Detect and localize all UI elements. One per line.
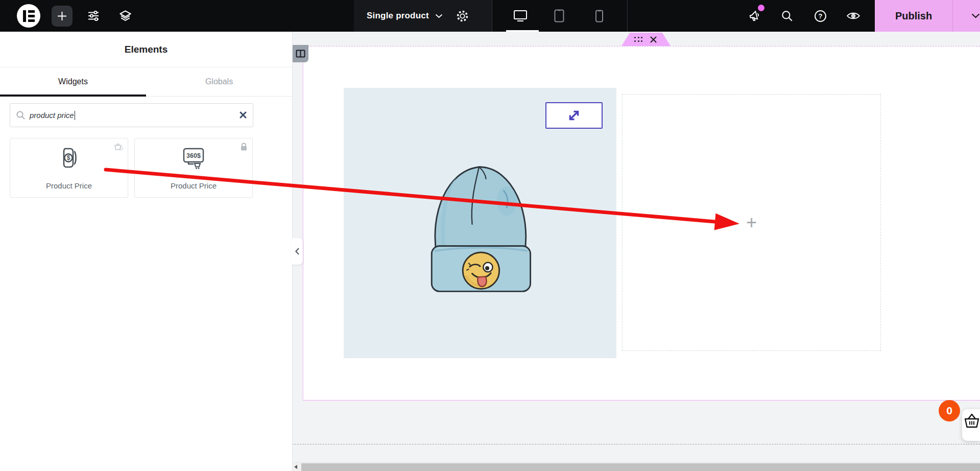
layers-icon <box>118 9 132 23</box>
help-glyph: ? <box>818 12 822 20</box>
page-settings-button[interactable] <box>456 10 469 22</box>
document-switcher[interactable]: Single product <box>354 0 492 32</box>
device-tablet-button[interactable] <box>552 0 567 32</box>
help-button[interactable]: ? <box>812 0 828 32</box>
structure-button[interactable] <box>117 0 133 32</box>
finder-search-button[interactable] <box>779 0 795 32</box>
active-tab-indicator <box>0 95 146 97</box>
horizontal-scrollbar[interactable] <box>292 462 980 471</box>
clear-search-button[interactable] <box>240 111 247 121</box>
scroll-left-arrow[interactable] <box>294 465 297 469</box>
container-handle[interactable] <box>622 33 671 46</box>
editor-canvas: + 0 <box>292 32 980 471</box>
notification-dot <box>758 5 764 11</box>
search-icon <box>16 110 26 122</box>
next-section-boundary <box>292 444 980 444</box>
publish-options-button[interactable] <box>962 0 980 32</box>
device-desktop-button[interactable] <box>512 0 529 32</box>
search-icon <box>780 9 794 22</box>
chevron-down-icon <box>971 13 980 18</box>
delete-container-button[interactable] <box>650 36 657 43</box>
column-options-handle[interactable] <box>292 45 308 62</box>
divider <box>952 0 953 32</box>
close-icon <box>650 36 657 43</box>
gear-icon <box>456 10 469 22</box>
widget-label: Product Price <box>135 181 252 190</box>
columns-icon <box>296 50 305 58</box>
divider <box>627 0 628 32</box>
cart-count-badge: 0 <box>939 400 960 421</box>
widget-search-input[interactable]: product price <box>10 103 253 127</box>
product-price-icon: $ <box>10 147 128 170</box>
elementor-logo-icon <box>23 10 35 22</box>
top-bar: Single product <box>0 0 980 32</box>
tab-globals[interactable]: Globals <box>146 67 292 96</box>
elements-panel: Elements Widgets Globals product price <box>0 32 293 471</box>
widget-card-product-price-pro[interactable]: 360$ Product Price <box>134 138 253 198</box>
device-mobile-button[interactable] <box>592 0 606 32</box>
eye-icon <box>846 9 861 22</box>
elementor-editor: Single product <box>0 0 980 471</box>
help-icon: ? <box>814 9 827 23</box>
preview-button[interactable] <box>845 0 862 32</box>
add-element-button[interactable] <box>52 6 73 27</box>
expand-arrows-icon <box>568 109 580 122</box>
drag-handle-icon[interactable] <box>634 37 643 42</box>
document-switcher-label: Single product <box>367 11 429 21</box>
text-caret <box>75 111 75 120</box>
panel-title: Elements <box>0 32 292 67</box>
chevron-down-icon <box>435 14 443 18</box>
mini-cart-button[interactable] <box>962 409 980 441</box>
publish-button[interactable]: Publish <box>875 0 980 32</box>
widget-results: $ Product Price 360$ <box>10 138 253 198</box>
scrollbar-thumb[interactable] <box>301 463 980 471</box>
widget-card-product-price[interactable]: $ Product Price <box>10 138 128 198</box>
tab-widgets[interactable]: Widgets <box>0 67 146 96</box>
add-widget-plus[interactable]: + <box>746 214 757 232</box>
search-input-value: product price <box>30 111 74 120</box>
chevron-left-icon <box>295 247 300 255</box>
close-icon <box>240 111 247 119</box>
price-360-text: 360$ <box>186 152 201 159</box>
desktop-icon <box>513 9 528 22</box>
beanie-product-image <box>421 149 539 297</box>
publish-label: Publish <box>875 10 952 22</box>
widget-label: Product Price <box>10 181 128 190</box>
dollar-glyph: $ <box>67 154 70 161</box>
elementor-logo[interactable] <box>17 4 40 28</box>
sliders-icon <box>87 9 100 22</box>
mobile-icon <box>595 9 604 23</box>
panel-tabs: Widgets Globals <box>0 67 292 97</box>
empty-column-dropzone[interactable]: + <box>622 94 881 351</box>
site-settings-sliders-button[interactable] <box>86 0 101 32</box>
product-price-pro-icon: 360$ <box>135 147 252 170</box>
expand-image-button[interactable] <box>545 102 603 129</box>
plus-icon <box>57 11 67 21</box>
active-device-indicator <box>506 30 539 32</box>
panel-collapse-button[interactable] <box>291 238 303 265</box>
basket-icon <box>964 413 980 429</box>
megaphone-icon <box>747 9 761 23</box>
tablet-icon <box>554 9 565 23</box>
